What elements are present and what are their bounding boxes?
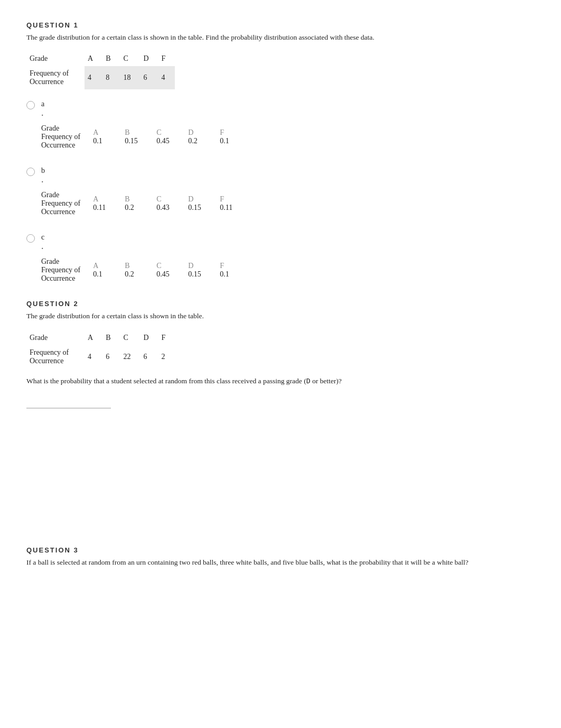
q2-grade-a: A: [85, 330, 102, 345]
q1-grade-d: D: [140, 51, 158, 66]
q2-freq-a: 4: [85, 345, 102, 368]
q1-freq-c: 18: [120, 66, 140, 89]
q1-option-c-col-b: B0.2: [125, 255, 156, 285]
q1-option-b-col-a: A0.11: [93, 189, 125, 218]
q1-option-a-dot: ·: [41, 110, 251, 120]
q1-option-a-col-d: D0.2: [188, 122, 220, 152]
question-2-block: QUESTION 2 The grade distribution for a …: [26, 300, 535, 409]
q1-option-a-header: GradeFrequency ofOccurrence A0.1 B0.15 C…: [41, 122, 251, 152]
q2-description: The grade distribution for a certain cla…: [26, 311, 535, 321]
q1-grade-f: F: [158, 51, 175, 66]
q1-option-b-row-label: GradeFrequency ofOccurrence: [41, 189, 93, 218]
q1-option-a-row-label: GradeFrequency ofOccurrence: [41, 122, 93, 152]
q1-option-a-radio[interactable]: [26, 101, 35, 109]
q1-option-c-col-d: D0.15: [188, 255, 220, 285]
q1-option-c-block: c · GradeFrequency ofOccurrence A0.1 B0.…: [26, 233, 535, 285]
q1-options: a · GradeFrequency ofOccurrence A0.1 B0.…: [26, 100, 535, 285]
q1-freq-a: 4: [85, 66, 102, 89]
q1-option-c-col-a: A0.1: [93, 255, 125, 285]
q1-grade-b: B: [102, 51, 120, 66]
q1-option-a-col-b: B0.15: [125, 122, 156, 152]
q1-option-b-block: b · GradeFrequency ofOccurrence A0.11 B0…: [26, 167, 535, 218]
q2-freq-b: 6: [102, 345, 120, 368]
q2-answer-line: [26, 408, 111, 409]
q1-option-c-letter: c: [41, 233, 251, 242]
q1-freq-f: 4: [158, 66, 175, 89]
q1-option-b-col-d: D0.15: [188, 189, 220, 218]
q1-option-c-radio[interactable]: [26, 234, 35, 243]
q3-label: QUESTION 3: [26, 546, 535, 554]
q2-freq-d: 6: [140, 345, 158, 368]
q2-label: QUESTION 2: [26, 300, 535, 308]
q1-description: The grade distribution for a certain cla…: [26, 32, 535, 43]
question-3-block: QUESTION 3 If a ball is selected at rand…: [26, 546, 535, 568]
q2-grade-label: Grade: [26, 330, 85, 345]
q1-option-b-content: b · GradeFrequency ofOccurrence A0.11 B0…: [41, 167, 251, 218]
q1-grade-label: Grade: [26, 51, 85, 66]
q1-option-c-content: c · GradeFrequency ofOccurrence A0.1 B0.…: [41, 233, 251, 285]
q2-grade-f: F: [158, 330, 175, 345]
q1-label: QUESTION 1: [26, 21, 535, 29]
q1-option-c-header: GradeFrequency ofOccurrence A0.1 B0.2 C0…: [41, 255, 251, 285]
q2-freq-f: 2: [158, 345, 175, 368]
q1-option-a-block: a · GradeFrequency ofOccurrence A0.1 B0.…: [26, 100, 535, 152]
q2-freq-label: Frequency of Occurrence: [26, 345, 85, 368]
q1-option-c-row-label: GradeFrequency ofOccurrence: [41, 255, 93, 285]
question-1-block: QUESTION 1 The grade distribution for a …: [26, 21, 535, 285]
q1-grade-a: A: [85, 51, 102, 66]
q1-option-b-radio[interactable]: [26, 168, 35, 176]
q1-option-a-table: GradeFrequency ofOccurrence A0.1 B0.15 C…: [41, 122, 251, 152]
q2-grade-d: D: [140, 330, 158, 345]
q1-option-a-col-f: F0.1: [220, 122, 251, 152]
q1-option-b-col-f: F0.11: [220, 189, 251, 218]
q1-option-c-col-c: C0.45: [156, 255, 188, 285]
q1-option-c-col-f: F0.1: [220, 255, 251, 285]
q1-grade-c: C: [120, 51, 140, 66]
q2-answer-area: [26, 408, 535, 409]
q1-freq-b: 8: [102, 66, 120, 89]
q1-option-b-col-b: B0.2: [125, 189, 156, 218]
q1-freq-label: Frequency of Occurrence: [26, 66, 85, 89]
q2-main-table: Grade A B C D F Frequency of Occurrence …: [26, 330, 175, 368]
q1-freq-d: 6: [140, 66, 158, 89]
q1-option-a-col-a: A0.1: [93, 122, 125, 152]
q2-freq-row: Frequency of Occurrence 4 6 22 6 2: [26, 345, 175, 368]
q1-freq-row: Frequency of Occurrence 4 8 18 6 4: [26, 66, 175, 89]
q1-option-a-letter: a: [41, 100, 251, 108]
q3-description: If a ball is selected at random from an …: [26, 557, 535, 568]
q1-option-b-col-c: C0.43: [156, 189, 188, 218]
q2-passing-grade-question: What is the probability that a student s…: [26, 376, 535, 386]
q1-option-b-table: GradeFrequency ofOccurrence A0.11 B0.2 C…: [41, 189, 251, 218]
q1-main-table: Grade A B C D F Frequency of Occurrence …: [26, 51, 175, 89]
q2-header-row: Grade A B C D F: [26, 330, 175, 345]
q2-grade-b: B: [102, 330, 120, 345]
q2-freq-c: 22: [120, 345, 140, 368]
q1-option-c-dot: ·: [41, 244, 251, 253]
q2-grade-c: C: [120, 330, 140, 345]
q1-option-c-table: GradeFrequency ofOccurrence A0.1 B0.2 C0…: [41, 255, 251, 285]
q1-option-b-dot: ·: [41, 177, 251, 187]
q1-header-row: Grade A B C D F: [26, 51, 175, 66]
q1-option-b-letter: b: [41, 167, 251, 175]
q1-option-a-content: a · GradeFrequency ofOccurrence A0.1 B0.…: [41, 100, 251, 152]
q1-option-a-col-c: C0.45: [156, 122, 188, 152]
q1-option-b-header: GradeFrequency ofOccurrence A0.11 B0.2 C…: [41, 189, 251, 218]
